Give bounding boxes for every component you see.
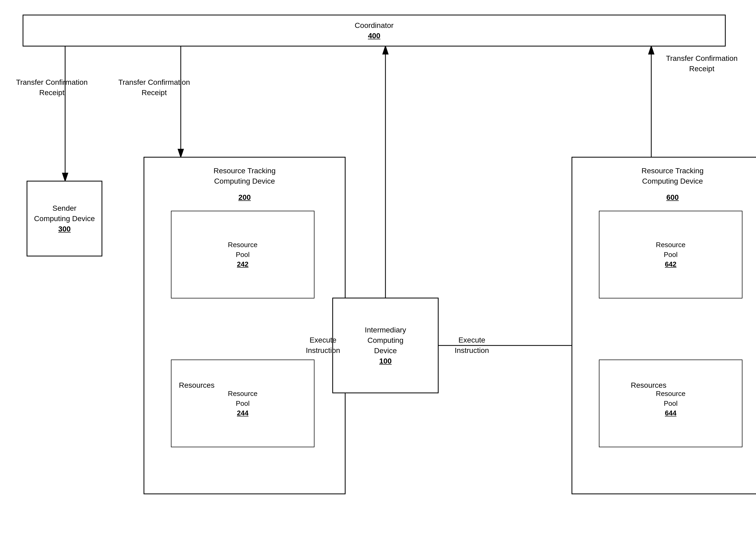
rp642-number: 642: [665, 259, 676, 269]
diagram: Coordinator 400 Transfer Confirmation Re…: [0, 0, 756, 557]
rp244-number: 244: [237, 408, 248, 418]
coordinator-number: 400: [368, 31, 380, 41]
resources-right-label: Resources: [622, 380, 675, 390]
rp644-box: ResourcePool 644: [599, 359, 743, 447]
rp244-label: ResourcePool: [228, 389, 257, 408]
rtcd200-box: Resource TrackingComputing Device 200 Re…: [144, 157, 346, 494]
coordinator-box: Coordinator 400: [23, 14, 726, 47]
rtcd200-label: Resource TrackingComputing Device: [144, 166, 345, 186]
tcr-label-2: Transfer Confirmation Receipt: [112, 77, 197, 98]
rtcd600-number: 600: [666, 192, 679, 203]
rp642-box: ResourcePool 642: [599, 211, 743, 298]
rp244-box: ResourcePool 244: [171, 359, 315, 447]
sender-number: 300: [58, 224, 71, 234]
coordinator-label: Coordinator: [355, 20, 394, 31]
sender-device-box: SenderComputing Device 300: [27, 181, 103, 257]
intermediary-label: IntermediaryComputingDevice: [365, 325, 406, 356]
tcr-label-3: Transfer Confirmation Receipt: [662, 53, 742, 74]
rp242-number: 242: [237, 259, 248, 269]
rtcd600-label: Resource TrackingComputing Device: [572, 166, 756, 186]
sender-label: SenderComputing Device: [34, 203, 95, 224]
intermediary-number: 100: [379, 356, 392, 366]
rtcd200-number: 200: [238, 192, 251, 203]
rtcd600-box: Resource TrackingComputing Device 600 Re…: [572, 157, 756, 494]
tcr-label-1: Transfer Confirmation Receipt: [14, 77, 89, 98]
execute-right-label: Execute Instruction: [441, 335, 502, 356]
rp644-number: 644: [665, 408, 676, 418]
rp642-label: ResourcePool: [656, 240, 685, 259]
resources-left-label: Resources: [170, 380, 223, 390]
rp242-label: ResourcePool: [228, 240, 257, 259]
rp644-label: ResourcePool: [656, 389, 685, 408]
execute-left-label: Execute Instruction: [292, 335, 353, 356]
rp242-box: ResourcePool 242: [171, 211, 315, 298]
